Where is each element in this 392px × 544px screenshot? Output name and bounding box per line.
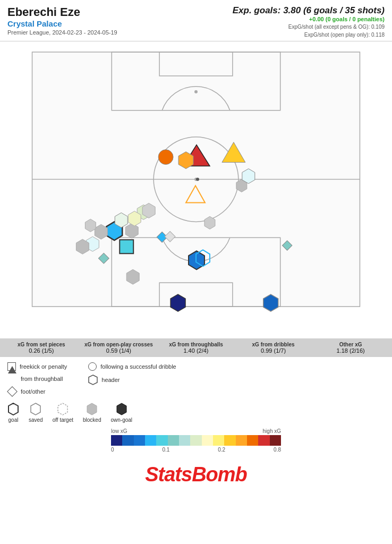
own-goal-icon [116,403,127,415]
legend-throughball: from throughball [7,375,67,383]
outcome-off-target: off target [53,403,73,423]
svg-marker-40 [8,403,18,415]
xg-high-label: high xG [263,428,281,434]
header-right: Exp. goals: 3.80 (6 goals / 35 shots) +0… [233,5,385,39]
svg-marker-43 [87,403,97,415]
outcome-legend: goal saved off target blocked own-goal [0,401,392,423]
legend-foot-other: header [88,375,176,385]
league-date: Premier League, 2024-02-23 - 2024-05-19 [7,29,117,36]
player-name: Eberechi Eze [7,5,117,19]
xg-scale-area: low xG high xG 0 0.1 0.2 0.8 [0,423,392,456]
stat-throughballs: xG from throughballs 1.40 (2/4) [160,342,232,354]
svg-marker-39 [89,375,97,385]
exp-goals-sub: +0.00 (0 goals / 0 penalties) [233,16,385,22]
svg-marker-41 [31,403,40,415]
pitch-svg [0,41,392,338]
circle-icon [88,362,97,371]
exp-stats: ExpG/shot (all except pens & OG): 0.109 … [233,23,385,39]
shot-type-legend: freekick or penalty from throughball foo… [7,362,67,396]
legend-foot-label: header [101,377,120,383]
shot-map-pitch [0,41,392,338]
goal-icon [7,403,19,415]
exp-goals: Exp. goals: 3.80 (6 goals / 35 shots) [233,5,385,16]
logo-text: StatsBomb [145,463,247,486]
legend-freekick-label: freekick or penalty [20,363,67,370]
off-target-icon [57,403,69,415]
header-left: Eberechi Eze Crystal Palace Premier Leag… [7,5,117,36]
svg-marker-30 [263,294,278,311]
hexagon-icon [88,375,98,385]
xg-scale-ticks: 0 0.1 0.2 0.8 [111,447,281,453]
xg-low-label: low xG [111,428,127,434]
svg-point-12 [158,150,173,165]
svg-point-8 [194,90,198,94]
stats-bar: xG from set pieces 0.26 (1/5) xG from op… [0,338,392,357]
outcome-saved: saved [29,403,43,423]
statsbomb-logo: StatsBomb [0,456,392,491]
outcome-blocked: blocked [83,403,101,423]
stat-open-play-crosses: xG from open-play crosses 0.59 (1/4) [83,342,155,354]
legend-header-label: following a successful dribble [100,363,176,370]
svg-point-14 [196,178,199,181]
legend-area: freekick or penalty from throughball foo… [0,357,392,396]
svg-marker-27 [171,294,185,311]
stat-set-pieces: xG from set pieces 0.26 (1/5) [5,342,78,354]
saved-icon [30,403,41,415]
stat-dribbles: xG from dribbles 0.99 (1/7) [237,342,310,354]
blocked-icon [86,403,98,415]
stat-other-xg: Other xG 1.18 (2/16) [314,342,387,354]
outcome-goal: goal [7,403,19,423]
svg-rect-21 [120,240,133,253]
page-header: Eberechi Eze Crystal Palace Premier Leag… [0,0,392,41]
shot-type-legend-2: following a successful dribble header [88,362,176,396]
xg-color-bar [111,435,281,446]
diamond-icon [7,386,18,397]
outcome-own-goal: own-goal [110,403,132,423]
legend-dribble: foot/other [7,387,67,396]
svg-marker-42 [58,403,67,415]
legend-throughball-label: from throughball [21,376,63,382]
legend-header: following a successful dribble [88,362,176,371]
svg-marker-44 [117,403,126,415]
legend-dribble-label: foot/other [21,388,45,395]
team-name: Crystal Palace [7,19,117,28]
